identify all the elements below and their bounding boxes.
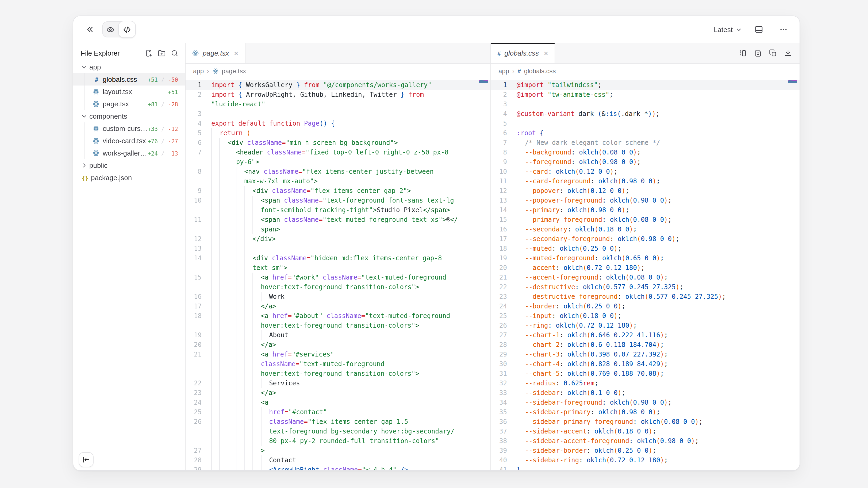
collapse-explorer-button[interactable]	[79, 452, 94, 467]
code-line: 34--sidebar-foreground: oklch(0.98 0 0);	[491, 398, 800, 407]
view-toggle-group	[102, 21, 136, 37]
line-number: 9	[186, 186, 202, 196]
code-toggle-button[interactable]	[118, 21, 136, 38]
line-number: 19	[186, 330, 202, 340]
code-line: "lucide-react"	[186, 99, 490, 109]
code-line: 17</a>	[186, 301, 490, 311]
code-line: 31--chart-5: oklch(0.769 0.188 70.08);	[491, 369, 800, 379]
tree-item-public[interactable]: public	[73, 159, 185, 171]
code-icon	[123, 25, 131, 33]
line-number: 21	[186, 350, 202, 359]
line-number	[186, 436, 202, 446]
line-number: 12	[186, 234, 202, 244]
right-breadcrumb: app › # globals.css	[491, 64, 800, 78]
line-number	[186, 321, 202, 330]
close-tab-icon[interactable]: ×	[544, 49, 549, 57]
line-number	[186, 369, 202, 379]
search-icon[interactable]	[170, 49, 179, 57]
code-line: 27>	[186, 446, 490, 455]
collapse-chat-button[interactable]	[82, 22, 97, 37]
code-editor-page-tsx[interactable]: 1import { WorksGallery } from "@/compone…	[186, 78, 490, 471]
line-number: 31	[491, 369, 507, 379]
code-line: 15--primary-foreground: oklch(0.08 0 0);	[491, 215, 800, 225]
line-number: 14	[186, 253, 202, 263]
diff-badge: +76 / -27	[148, 138, 178, 144]
code-line: 9<div className="flex items-center gap-2…	[186, 186, 490, 196]
line-number: 20	[491, 263, 507, 272]
line-number: 27	[186, 446, 202, 455]
tree-item-components[interactable]: components	[73, 110, 185, 122]
code-line: 12</div>	[186, 234, 490, 244]
close-tab-icon[interactable]: ×	[234, 49, 239, 57]
line-number: 27	[491, 330, 507, 340]
code-line: 23--destructive-foreground: oklch(0.577 …	[491, 292, 800, 301]
version-label: Latest	[714, 25, 733, 33]
tab-page-tsx[interactable]: page.tsx ×	[186, 43, 246, 63]
code-line: 28Contact	[186, 455, 490, 465]
tree-item-app[interactable]: app	[73, 61, 185, 73]
line-number: 41	[491, 465, 507, 471]
line-number: 11	[186, 215, 202, 225]
copy-icon[interactable]	[769, 49, 777, 57]
split-view-icon[interactable]	[739, 49, 747, 57]
line-number: 26	[491, 321, 507, 330]
line-number	[186, 157, 202, 167]
code-line: 33--sidebar: oklch(0.1 0 0);	[491, 388, 800, 398]
line-number: 28	[491, 340, 507, 350]
tree-item-layout-tsx[interactable]: layout.tsx+51	[73, 86, 185, 98]
code-line: 14<div className="hidden md:flex items-c…	[186, 253, 490, 263]
tree-item-label: public	[89, 161, 107, 169]
tree-item-label: video-card.tsx	[103, 137, 146, 145]
line-number: 25	[186, 407, 202, 417]
code-line: 19--muted-foreground: oklch(0.65 0 0);	[491, 253, 800, 263]
more-options-button[interactable]	[776, 22, 791, 37]
react-file-icon	[93, 100, 100, 107]
tree-item-works-galler-[interactable]: works-galler…+24 / -13	[73, 147, 185, 159]
line-number: 4	[186, 119, 202, 128]
line-number: 16	[186, 292, 202, 301]
download-icon[interactable]	[784, 49, 792, 57]
code-line: 7<header className="fixed top-0 left-0 r…	[186, 148, 490, 157]
tab-label: globals.css	[504, 49, 539, 57]
code-line: 28--chart-2: oklch(0.6 0.118 184.704);	[491, 340, 800, 350]
code-line: 26--ring: oklch(0.72 0.12 180);	[491, 321, 800, 330]
new-file-button[interactable]	[145, 49, 153, 57]
code-line: 29<ArrowUpRight className="w-4 h-4" />	[186, 465, 490, 471]
code-line: 14--primary: oklch(0.98 0 0);	[491, 205, 800, 215]
json-file-icon: {}	[81, 174, 89, 182]
version-dropdown[interactable]: Latest	[714, 25, 742, 33]
code-line: 7/* New dark elegant color scheme */	[491, 138, 800, 148]
tree-item-package-json[interactable]: {}package.json	[73, 171, 185, 184]
tree-item-page-tsx[interactable]: page.tsx+81 / -28	[73, 98, 185, 110]
tree-item-label: page.tsx	[103, 100, 129, 108]
react-file-icon	[212, 68, 218, 74]
tree-item-custom-curs-[interactable]: custom-curs…+33 / -12	[73, 122, 185, 135]
tree-item-video-card-tsx[interactable]: video-card.tsx+76 / -27	[73, 135, 185, 147]
panel-bottom-icon	[755, 25, 763, 34]
line-number: 33	[491, 388, 507, 398]
code-line: 11--card-foreground: oklch(0.98 0 0);	[491, 176, 800, 186]
diff-badge: +51	[168, 89, 178, 95]
code-line: 3	[491, 99, 800, 109]
line-number: 2	[491, 90, 507, 99]
tab-globals-css[interactable]: # globals.css ×	[491, 43, 555, 63]
file-explorer-title: File Explorer	[81, 49, 120, 57]
code-line: 26className="flex items-center gap-1.5	[186, 417, 490, 426]
toolbar-right-group: Latest	[714, 22, 791, 37]
line-number: 28	[186, 455, 202, 465]
line-number: 4	[491, 109, 507, 119]
editor-pane-page-tsx: page.tsx × app › page.tsx 1im	[186, 43, 491, 471]
file-diff-icon[interactable]	[754, 49, 762, 57]
tree-item-globals-css[interactable]: #globals.css+51 / -50	[73, 73, 185, 86]
code-editor-globals-css[interactable]: 1@import "tailwindcss";2@import "tw-anim…	[491, 78, 800, 471]
code-line: 30--chart-4: oklch(0.828 0.189 84.429);	[491, 359, 800, 369]
console-panel-button[interactable]	[751, 22, 766, 37]
new-folder-button[interactable]	[158, 49, 166, 57]
code-line: 40--sidebar-ring: oklch(0.72 0.12 180);	[491, 455, 800, 465]
code-line: 25--input: oklch(0.18 0 0);	[491, 311, 800, 321]
screen: Latest	[0, 0, 868, 488]
breadcrumb-root: app	[498, 67, 509, 74]
code-line: 10<span className="text-foreground font-…	[186, 196, 490, 205]
preview-toggle-button[interactable]	[103, 22, 118, 37]
code-line: 9--foreground: oklch(0.98 0 0);	[491, 157, 800, 167]
